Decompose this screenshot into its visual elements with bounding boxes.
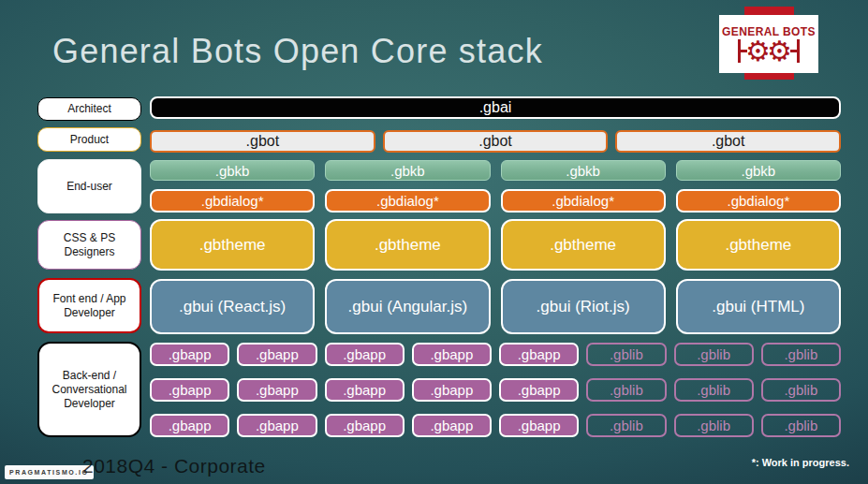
stack-box-gbtheme: .gbtheme (676, 219, 841, 271)
row-gbot: .gbot .gbot .gbot (150, 130, 841, 153)
general-bots-logo: GENERAL BOTS ⚙ ⚙ (719, 15, 818, 73)
stack-box-gbapp: .gbapp (325, 414, 405, 437)
stack-box-gbapp: .gbapp (499, 378, 579, 402)
stack-box-gbot: .gbot (150, 130, 375, 153)
stack-box-gbui-html: .gbui (HTML) (676, 279, 841, 334)
role-label-back-end-conversational-developer: Back-end / Conversational Developer (37, 342, 141, 437)
role-label-end-user: End-user (37, 159, 141, 213)
stack-box-gblib: .gblib (761, 414, 841, 437)
row-gbapp-gblib-2: .gbapp .gbapp .gbapp .gbapp .gbapp .gbli… (150, 378, 841, 402)
stack-box-gbdialog: .gbdialog* (676, 189, 841, 213)
stack-box-gbkb: .gbkb (501, 160, 666, 181)
row-gbkb: .gbkb .gbkb .gbkb .gbkb (150, 160, 841, 181)
stack-box-gbui-react: .gbui (React.js) (150, 279, 315, 334)
stack-box-gblib: .gblib (586, 378, 666, 402)
stack-box-gbapp: .gbapp (499, 414, 579, 437)
pragmatismo-badge: PRAGMATISMO.IO (5, 465, 94, 479)
stack-box-gbapp: .gbapp (412, 343, 492, 366)
row-gbui: .gbui (React.js) .gbui (Angular.js) .gbu… (150, 279, 841, 334)
stack-box-gbapp: .gbapp (150, 343, 229, 366)
logo-gears: ⚙ ⚙ (738, 39, 800, 63)
row-gbdialog: .gbdialog* .gbdialog* .gbdialog* .gbdial… (150, 189, 841, 213)
role-label-css-ps-designers: CSS & PS Designers (37, 220, 141, 270)
footer-version-text: 2018Q4 - Corporate (82, 455, 266, 477)
stack-box-gblib: .gblib (586, 414, 666, 437)
stack-box-gbapp: .gbapp (412, 378, 492, 402)
stack-box-gbapp: .gbapp (150, 414, 229, 437)
row-gbapp-gblib-3: .gbapp .gbapp .gbapp .gbapp .gbapp .gbli… (150, 414, 841, 437)
stack-box-gbui-angular: .gbui (Angular.js) (325, 279, 490, 334)
stack-box-gbtheme: .gbtheme (501, 219, 666, 271)
stack-box-gbapp: .gbapp (499, 343, 579, 366)
stack-box-gbai: .gbai (150, 96, 841, 119)
stack-box-gbdialog: .gbdialog* (325, 189, 490, 213)
stack-box-gbui-riot: .gbui (Riot.js) (501, 279, 666, 334)
stack-box-gbapp: .gbapp (237, 414, 316, 437)
stack-box-gblib: .gblib (761, 343, 841, 366)
stack-box-gbdialog: .gbdialog* (501, 189, 666, 213)
stack-box-gblib: .gblib (674, 414, 754, 437)
gear-icon: ⚙ (767, 39, 792, 63)
role-label-product: Product (37, 127, 141, 152)
stack-box-gblib: .gblib (674, 343, 754, 366)
stack-box-gbkb: .gbkb (676, 160, 841, 181)
stack-box-gbot: .gbot (383, 130, 609, 153)
slide: General Bots Open Core stack GENERAL BOT… (0, 0, 868, 484)
stack-box-gbkb: .gbkb (150, 160, 315, 181)
role-label-architect: Architect (37, 97, 141, 121)
stack-box-gbapp: .gbapp (325, 378, 405, 402)
stack-box-gbkb: .gbkb (325, 160, 490, 181)
stack-box-gbapp: .gbapp (150, 378, 229, 402)
stack-box-gbapp: .gbapp (237, 378, 316, 402)
stack-box-gblib: .gblib (674, 378, 754, 402)
role-label-front-end-app-developer: Font end / App Developer (37, 278, 141, 333)
stack-box-gbapp: .gbapp (412, 414, 492, 437)
stack-box-gblib: .gblib (586, 343, 666, 366)
stack-box-gblib: .gblib (761, 378, 841, 402)
logo-end-bar (797, 39, 800, 63)
stack-box-gbapp: .gbapp (325, 343, 405, 366)
logo-axle-line (790, 50, 797, 52)
stack-box-gbdialog: .gbdialog* (150, 189, 315, 213)
work-in-progress-note: *: Work in progress. (752, 457, 849, 468)
row-gbtheme: .gbtheme .gbtheme .gbtheme .gbtheme (150, 219, 841, 271)
page-title: General Bots Open Core stack (52, 32, 543, 71)
stack-box-gbot: .gbot (615, 130, 841, 153)
stack-box-gbtheme: .gbtheme (325, 219, 490, 271)
stack-box-gbtheme: .gbtheme (150, 219, 315, 271)
stack-box-gbapp: .gbapp (237, 343, 316, 366)
row-gbai: .gbai (150, 96, 841, 119)
row-gbapp-gblib-1: .gbapp .gbapp .gbapp .gbapp .gbapp .gbli… (150, 343, 841, 366)
